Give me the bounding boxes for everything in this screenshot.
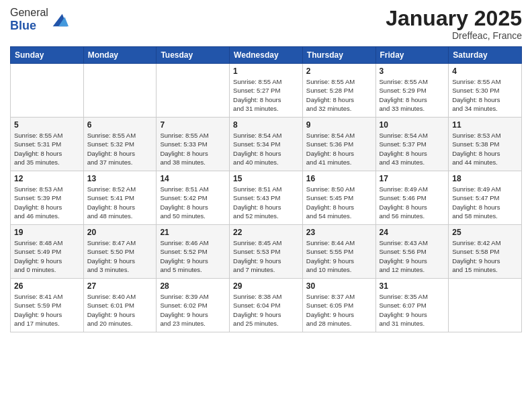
day-cell: 22Sunrise: 8:45 AM Sunset: 5:53 PM Dayli… xyxy=(230,225,303,279)
week-row-4: 26Sunrise: 8:41 AM Sunset: 5:59 PM Dayli… xyxy=(11,279,522,332)
day-number: 12 xyxy=(14,174,80,183)
day-info: Sunrise: 8:43 AM Sunset: 5:56 PM Dayligh… xyxy=(380,238,445,274)
day-number: 11 xyxy=(452,120,518,130)
day-number: 28 xyxy=(160,281,226,291)
weekday-row: SundayMondayTuesdayWednesdayThursdayFrid… xyxy=(11,47,522,64)
day-info: Sunrise: 8:51 AM Sunset: 5:43 PM Dayligh… xyxy=(233,185,299,220)
day-number: 4 xyxy=(452,66,518,76)
day-info: Sunrise: 8:46 AM Sunset: 5:52 PM Dayligh… xyxy=(160,238,226,274)
day-number: 3 xyxy=(380,66,445,76)
day-cell: 29Sunrise: 8:38 AM Sunset: 6:04 PM Dayli… xyxy=(230,279,303,332)
day-cell: 5Sunrise: 8:55 AM Sunset: 5:31 PM Daylig… xyxy=(11,118,84,171)
day-cell: 13Sunrise: 8:52 AM Sunset: 5:41 PM Dayli… xyxy=(83,171,157,225)
day-number: 18 xyxy=(452,174,518,183)
week-row-3: 19Sunrise: 8:48 AM Sunset: 5:49 PM Dayli… xyxy=(11,225,522,279)
day-number: 5 xyxy=(14,120,80,130)
title-block: January 2025 Dreffeac, France xyxy=(386,7,522,41)
day-cell: 1Sunrise: 8:55 AM Sunset: 5:27 PM Daylig… xyxy=(230,64,303,118)
day-cell: 2Sunrise: 8:55 AM Sunset: 5:28 PM Daylig… xyxy=(302,64,375,118)
day-info: Sunrise: 8:38 AM Sunset: 6:04 PM Dayligh… xyxy=(233,292,299,328)
day-cell: 28Sunrise: 8:39 AM Sunset: 6:02 PM Dayli… xyxy=(157,279,230,332)
day-info: Sunrise: 8:49 AM Sunset: 5:47 PM Dayligh… xyxy=(452,185,518,220)
day-cell: 4Sunrise: 8:55 AM Sunset: 5:30 PM Daylig… xyxy=(449,64,522,118)
day-cell: 11Sunrise: 8:53 AM Sunset: 5:38 PM Dayli… xyxy=(449,118,522,171)
calendar: SundayMondayTuesdayWednesdayThursdayFrid… xyxy=(10,46,522,332)
logo-blue: Blue xyxy=(10,19,36,32)
day-info: Sunrise: 8:55 AM Sunset: 5:29 PM Dayligh… xyxy=(380,77,445,113)
day-info: Sunrise: 8:55 AM Sunset: 5:32 PM Dayligh… xyxy=(87,131,153,167)
weekday-header-friday: Friday xyxy=(375,47,449,64)
day-cell xyxy=(83,64,157,118)
day-number: 17 xyxy=(380,174,445,183)
day-info: Sunrise: 8:37 AM Sunset: 6:05 PM Dayligh… xyxy=(306,292,372,328)
day-info: Sunrise: 8:53 AM Sunset: 5:39 PM Dayligh… xyxy=(14,185,80,220)
day-number: 26 xyxy=(14,281,80,291)
day-info: Sunrise: 8:44 AM Sunset: 5:55 PM Dayligh… xyxy=(306,238,372,274)
day-info: Sunrise: 8:35 AM Sunset: 6:07 PM Dayligh… xyxy=(380,292,445,328)
weekday-header-tuesday: Tuesday xyxy=(157,47,230,64)
day-number: 2 xyxy=(306,66,372,76)
day-cell: 18Sunrise: 8:49 AM Sunset: 5:47 PM Dayli… xyxy=(449,171,522,225)
day-cell: 19Sunrise: 8:48 AM Sunset: 5:49 PM Dayli… xyxy=(11,225,84,279)
location: Dreffeac, France xyxy=(386,30,522,41)
day-number: 21 xyxy=(160,228,226,237)
weekday-header-sunday: Sunday xyxy=(11,47,84,64)
day-cell: 3Sunrise: 8:55 AM Sunset: 5:29 PM Daylig… xyxy=(375,64,449,118)
day-number: 9 xyxy=(306,120,372,130)
day-cell: 12Sunrise: 8:53 AM Sunset: 5:39 PM Dayli… xyxy=(11,171,84,225)
day-number: 7 xyxy=(160,120,226,130)
day-info: Sunrise: 8:55 AM Sunset: 5:27 PM Dayligh… xyxy=(233,77,299,113)
day-number: 15 xyxy=(233,174,299,183)
day-info: Sunrise: 8:39 AM Sunset: 6:02 PM Dayligh… xyxy=(160,292,226,328)
day-cell: 17Sunrise: 8:49 AM Sunset: 5:46 PM Dayli… xyxy=(375,171,449,225)
day-number: 27 xyxy=(87,281,153,291)
day-info: Sunrise: 8:48 AM Sunset: 5:49 PM Dayligh… xyxy=(14,238,80,274)
day-cell: 6Sunrise: 8:55 AM Sunset: 5:32 PM Daylig… xyxy=(83,118,157,171)
day-info: Sunrise: 8:55 AM Sunset: 5:31 PM Dayligh… xyxy=(14,131,80,167)
day-info: Sunrise: 8:41 AM Sunset: 5:59 PM Dayligh… xyxy=(14,292,80,328)
day-number: 25 xyxy=(452,228,518,237)
day-number: 1 xyxy=(233,66,299,76)
day-number: 10 xyxy=(380,120,445,130)
day-cell: 25Sunrise: 8:42 AM Sunset: 5:58 PM Dayli… xyxy=(449,225,522,279)
day-cell: 8Sunrise: 8:54 AM Sunset: 5:34 PM Daylig… xyxy=(230,118,303,171)
day-info: Sunrise: 8:45 AM Sunset: 5:53 PM Dayligh… xyxy=(233,238,299,274)
day-info: Sunrise: 8:53 AM Sunset: 5:38 PM Dayligh… xyxy=(452,131,518,167)
weekday-header-saturday: Saturday xyxy=(449,47,522,64)
day-info: Sunrise: 8:47 AM Sunset: 5:50 PM Dayligh… xyxy=(87,238,153,274)
day-info: Sunrise: 8:55 AM Sunset: 5:30 PM Dayligh… xyxy=(452,77,518,113)
day-cell: 10Sunrise: 8:54 AM Sunset: 5:37 PM Dayli… xyxy=(375,118,449,171)
day-number: 6 xyxy=(87,120,153,130)
day-info: Sunrise: 8:54 AM Sunset: 5:34 PM Dayligh… xyxy=(233,131,299,167)
day-info: Sunrise: 8:54 AM Sunset: 5:36 PM Dayligh… xyxy=(306,131,372,167)
day-info: Sunrise: 8:50 AM Sunset: 5:45 PM Dayligh… xyxy=(306,185,372,220)
page: General Blue January 2025 Dreffeac, Fran… xyxy=(0,0,532,411)
day-number: 19 xyxy=(14,228,80,237)
calendar-header: SundayMondayTuesdayWednesdayThursdayFrid… xyxy=(11,47,522,64)
day-cell: 21Sunrise: 8:46 AM Sunset: 5:52 PM Dayli… xyxy=(157,225,230,279)
day-cell: 15Sunrise: 8:51 AM Sunset: 5:43 PM Dayli… xyxy=(230,171,303,225)
logo-icon xyxy=(50,11,69,30)
day-number: 14 xyxy=(160,174,226,183)
week-row-1: 5Sunrise: 8:55 AM Sunset: 5:31 PM Daylig… xyxy=(11,118,522,171)
day-number: 30 xyxy=(306,281,372,291)
day-cell: 7Sunrise: 8:55 AM Sunset: 5:33 PM Daylig… xyxy=(157,118,230,171)
day-info: Sunrise: 8:54 AM Sunset: 5:37 PM Dayligh… xyxy=(380,131,445,167)
day-info: Sunrise: 8:55 AM Sunset: 5:33 PM Dayligh… xyxy=(160,131,226,167)
week-row-2: 12Sunrise: 8:53 AM Sunset: 5:39 PM Dayli… xyxy=(11,171,522,225)
day-number: 22 xyxy=(233,228,299,237)
calendar-body: 1Sunrise: 8:55 AM Sunset: 5:27 PM Daylig… xyxy=(11,64,522,332)
day-cell: 26Sunrise: 8:41 AM Sunset: 5:59 PM Dayli… xyxy=(11,279,84,332)
day-cell: 16Sunrise: 8:50 AM Sunset: 5:45 PM Dayli… xyxy=(302,171,375,225)
day-info: Sunrise: 8:55 AM Sunset: 5:28 PM Dayligh… xyxy=(306,77,372,113)
week-row-0: 1Sunrise: 8:55 AM Sunset: 5:27 PM Daylig… xyxy=(11,64,522,118)
day-cell: 27Sunrise: 8:40 AM Sunset: 6:01 PM Dayli… xyxy=(83,279,157,332)
weekday-header-wednesday: Wednesday xyxy=(230,47,303,64)
day-number: 13 xyxy=(87,174,153,183)
day-cell: 14Sunrise: 8:51 AM Sunset: 5:42 PM Dayli… xyxy=(157,171,230,225)
day-cell xyxy=(449,279,522,332)
logo-general: General xyxy=(10,7,48,18)
day-cell: 30Sunrise: 8:37 AM Sunset: 6:05 PM Dayli… xyxy=(302,279,375,332)
day-number: 16 xyxy=(306,174,372,183)
day-number: 8 xyxy=(233,120,299,130)
